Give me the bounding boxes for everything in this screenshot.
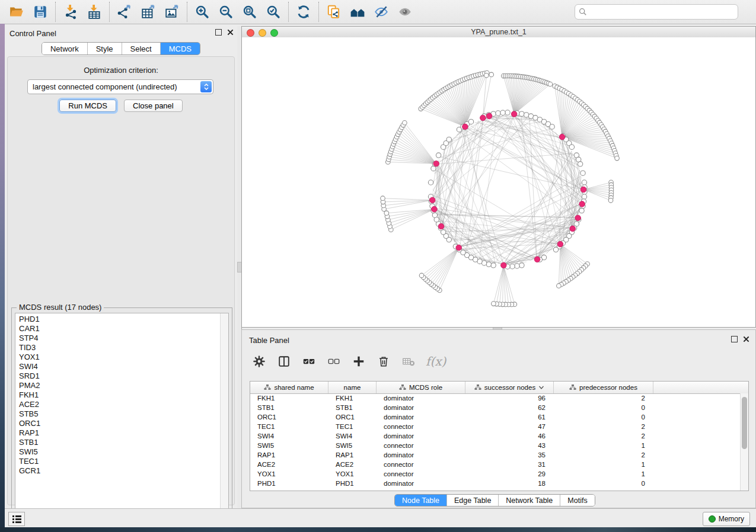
mcds-hub-node[interactable] [580,187,586,193]
export-image-button[interactable] [160,2,184,22]
mcds-result-item[interactable]: SWI5 [15,447,220,457]
table-tab-network-table[interactable]: Network Table [499,495,560,506]
mcds-hub-node[interactable] [575,215,581,221]
table-row[interactable]: YOX1YOX1connector291 [250,469,741,479]
table-row[interactable]: TEC1TEC1connector472 [250,422,741,431]
table-scrollbar[interactable] [740,393,748,491]
table-row[interactable]: PHD1PHD1dominator180 [250,479,741,488]
ring-node[interactable] [519,263,524,268]
mcds-result-item[interactable]: RAP1 [15,428,220,438]
mcds-result-item[interactable]: TID3 [15,343,220,352]
memory-button[interactable]: Memory [703,512,750,526]
mcds-hub-node[interactable] [429,197,435,203]
mcds-result-item[interactable]: PHD1 [15,315,220,324]
mcds-result-item[interactable]: CAR1 [15,324,220,334]
satellite-node[interactable] [548,82,553,86]
ring-node[interactable] [582,194,586,199]
zoom-fit-button[interactable] [238,2,261,22]
satellite-node[interactable] [381,196,385,201]
table-row[interactable]: SWI5SWI5connector431 [250,441,741,450]
table-tab-motifs[interactable]: Motifs [560,495,594,506]
satellite-node[interactable] [557,284,562,289]
ring-node[interactable] [468,119,473,124]
mcds-hub-node[interactable] [559,134,565,140]
refresh-layout-button[interactable] [292,2,315,22]
table-row[interactable]: ACE2ACE2connector311 [250,460,741,469]
show-all-button[interactable] [393,2,417,22]
ring-node[interactable] [519,111,524,116]
satellite-node[interactable] [492,302,496,306]
mcds-hub-node[interactable] [534,257,540,262]
ring-node[interactable] [491,263,496,268]
criterion-dropdown[interactable]: largest connected component (undirected) [27,79,213,94]
ring-node[interactable] [500,110,505,115]
ring-node[interactable] [578,162,582,166]
mcds-result-item[interactable]: YOX1 [15,352,220,362]
add-column-button[interactable] [350,352,368,370]
ring-node[interactable] [496,111,500,116]
mcds-result-item[interactable]: ACE2 [15,400,220,409]
table-options-button[interactable] [250,352,268,370]
table-row[interactable]: FKH1FKH1dominator962 [250,393,741,403]
mcds-hub-node[interactable] [462,124,468,130]
mcds-hub-node[interactable] [557,241,563,247]
satellite-node[interactable] [615,156,620,161]
zoom-out-button[interactable] [214,2,238,22]
mcds-hub-node[interactable] [456,245,462,251]
import-table-button[interactable] [82,2,106,22]
table-row[interactable]: STB1STB1dominator620 [250,403,741,412]
satellite-node[interactable] [489,72,494,77]
show-columns-button[interactable] [275,352,293,370]
table-row[interactable]: SWI4SWI4dominator462 [250,431,741,441]
delete-column-button[interactable] [375,352,393,370]
search-input[interactable] [589,7,734,17]
tab-style[interactable]: Style [88,43,122,55]
mcds-hub-node[interactable] [579,201,585,207]
mcds-hub-node[interactable] [480,115,486,121]
column-header-name[interactable]: name [328,382,377,393]
ring-node[interactable] [428,180,433,185]
mcds-result-item[interactable]: ORC1 [15,419,220,428]
mcds-result-item[interactable]: PMA2 [15,381,220,390]
network-canvas[interactable] [242,37,755,327]
mcds-hub-node[interactable] [433,161,439,166]
satellite-node[interactable] [403,120,407,125]
mcds-result-item[interactable]: SRD1 [15,371,220,381]
satellite-node[interactable] [419,273,424,278]
show-panels-button[interactable] [8,512,25,526]
close-panel-icon[interactable] [227,29,234,36]
table-row[interactable]: RAP1RAP1dominator352 [250,450,741,460]
ring-node[interactable] [515,264,519,268]
mcds-result-item[interactable]: STB1 [15,438,220,447]
mcds-hub-node[interactable] [486,113,492,119]
mcds-hub-node[interactable] [438,223,444,229]
export-network-button[interactable] [113,2,136,22]
ring-node[interactable] [550,124,554,129]
ring-node[interactable] [582,180,586,185]
close-panel-button[interactable]: Close panel [124,100,183,112]
ring-node[interactable] [569,145,574,149]
ring-node[interactable] [446,137,451,142]
satellite-node[interactable] [608,198,613,203]
table-tab-node-table[interactable]: Node Table [395,495,447,506]
mcds-list-scrollbar[interactable] [220,313,228,523]
mcds-hub-node[interactable] [501,262,507,268]
mcds-result-item[interactable]: SWI4 [15,362,220,371]
tab-select[interactable]: Select [122,43,161,55]
ring-node[interactable] [524,113,529,117]
ring-node[interactable] [510,264,515,269]
mcds-hub-node[interactable] [432,206,438,212]
tab-network[interactable]: Network [42,43,88,55]
save-session-button[interactable] [28,2,52,22]
run-mcds-button[interactable]: Run MCDS [59,100,116,112]
ring-node[interactable] [580,171,585,175]
select-all-button[interactable] [300,352,318,370]
mcds-hub-node[interactable] [570,226,576,232]
import-network-button[interactable] [59,2,82,22]
ring-node[interactable] [553,247,558,252]
zoom-selected-button[interactable] [261,2,285,22]
export-table-button[interactable] [136,2,160,22]
mcds-result-item[interactable]: FKH1 [15,390,220,400]
column-header-successor-nodes[interactable]: successor nodes [465,382,554,393]
float-panel-icon[interactable] [731,336,738,342]
